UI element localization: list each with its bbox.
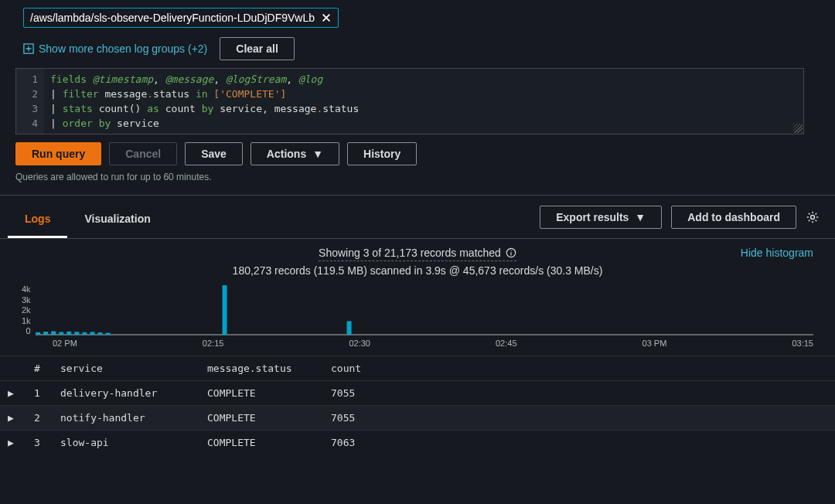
cell-count: 7063 bbox=[323, 431, 835, 455]
col-index[interactable]: # bbox=[26, 356, 53, 381]
cell-index: 2 bbox=[26, 406, 53, 431]
histogram: 4k 3k 2k 1k 0 02 PM 02:15 02:30 02:45 03… bbox=[0, 280, 835, 356]
cell-count: 7055 bbox=[323, 406, 835, 431]
svg-rect-11 bbox=[82, 332, 87, 335]
summary-scanned: 180,273 records (119.5 MB) scanned in 3.… bbox=[0, 264, 835, 277]
cell-status: COMPLETE bbox=[199, 431, 323, 455]
editor-code[interactable]: fields @timestamp, @message, @logStream,… bbox=[44, 69, 365, 134]
hide-histogram-link[interactable]: Hide histogram bbox=[741, 247, 813, 259]
table-row[interactable]: ▶1delivery-handlerCOMPLETE7055 bbox=[0, 381, 835, 406]
cell-index: 1 bbox=[26, 381, 53, 406]
cancel-button: Cancel bbox=[109, 142, 177, 165]
log-group-chip-label: /aws/lambda/sls-observe-DeliveryFunction… bbox=[30, 12, 321, 24]
results-summary: Showing 3 of 21,173 records matched 180,… bbox=[0, 239, 835, 280]
svg-point-1 bbox=[811, 215, 815, 219]
table-row[interactable]: ▶2notify-handlerCOMPLETE7055 bbox=[0, 406, 835, 431]
save-button[interactable]: Save bbox=[185, 142, 243, 165]
col-service[interactable]: service bbox=[53, 356, 199, 381]
actions-button[interactable]: Actions▼ bbox=[250, 142, 339, 165]
svg-rect-8 bbox=[59, 332, 63, 335]
expand-row-icon[interactable]: ▶ bbox=[8, 387, 14, 399]
svg-rect-16 bbox=[346, 321, 351, 335]
col-count[interactable]: count bbox=[323, 356, 835, 381]
table-row[interactable]: ▶3slow-apiCOMPLETE7063 bbox=[0, 431, 835, 455]
add-to-dashboard-button[interactable]: Add to dashboard bbox=[671, 206, 796, 229]
svg-rect-12 bbox=[90, 332, 94, 335]
svg-rect-6 bbox=[43, 332, 48, 335]
cell-index: 3 bbox=[26, 431, 53, 455]
query-hint: Queries are allowed to run for up to 60 … bbox=[15, 172, 820, 182]
cell-count: 7055 bbox=[323, 381, 835, 406]
histogram-bars[interactable] bbox=[36, 284, 813, 335]
log-group-chip[interactable]: /aws/lambda/sls-observe-DeliveryFunction… bbox=[23, 8, 339, 28]
caret-down-icon: ▼ bbox=[635, 211, 646, 223]
expand-row-icon[interactable]: ▶ bbox=[8, 437, 14, 448]
svg-rect-10 bbox=[74, 332, 79, 335]
cell-service: notify-handler bbox=[53, 406, 199, 431]
results-tabs: Logs Visualization bbox=[8, 202, 168, 238]
svg-point-3 bbox=[510, 250, 511, 250]
svg-rect-14 bbox=[105, 333, 110, 335]
close-icon[interactable] bbox=[321, 12, 332, 23]
table-header-row: # service message.status count bbox=[0, 356, 835, 381]
info-icon[interactable] bbox=[506, 247, 516, 258]
cell-service: slow-api bbox=[53, 431, 199, 455]
editor-gutter: 1234 bbox=[16, 69, 44, 134]
cell-service: delivery-handler bbox=[53, 381, 199, 406]
history-button[interactable]: History bbox=[347, 142, 417, 165]
gear-icon[interactable] bbox=[806, 210, 820, 224]
plus-box-icon bbox=[23, 43, 34, 54]
summary-matched: Showing 3 of 21,173 records matched bbox=[319, 247, 501, 259]
tab-logs[interactable]: Logs bbox=[8, 202, 67, 238]
clear-all-button[interactable]: Clear all bbox=[220, 37, 294, 60]
svg-rect-9 bbox=[66, 332, 71, 335]
cell-status: COMPLETE bbox=[199, 406, 323, 431]
col-message-status[interactable]: message.status bbox=[199, 356, 323, 381]
svg-rect-5 bbox=[36, 332, 40, 335]
show-more-label: Show more chosen log groups (+2) bbox=[39, 43, 207, 55]
query-editor[interactable]: 1234 fields @timestamp, @message, @logSt… bbox=[15, 68, 804, 135]
expand-row-icon[interactable]: ▶ bbox=[8, 412, 14, 424]
run-query-button[interactable]: Run query bbox=[15, 142, 101, 165]
histogram-y-axis: 4k 3k 2k 1k 0 bbox=[22, 284, 36, 335]
cell-status: COMPLETE bbox=[199, 381, 323, 406]
svg-rect-7 bbox=[51, 332, 56, 335]
results-table: # service message.status count ▶1deliver… bbox=[0, 356, 835, 455]
histogram-x-axis: 02 PM 02:15 02:30 02:45 03 PM 03:15 bbox=[22, 335, 813, 356]
export-results-button[interactable]: Export results▼ bbox=[540, 206, 662, 229]
svg-rect-13 bbox=[97, 332, 102, 335]
show-more-log-groups-link[interactable]: Show more chosen log groups (+2) bbox=[23, 43, 207, 55]
caret-down-icon: ▼ bbox=[312, 148, 323, 160]
svg-rect-15 bbox=[222, 285, 227, 335]
resize-handle-icon[interactable] bbox=[793, 124, 803, 133]
tab-visualization[interactable]: Visualization bbox=[67, 202, 167, 238]
